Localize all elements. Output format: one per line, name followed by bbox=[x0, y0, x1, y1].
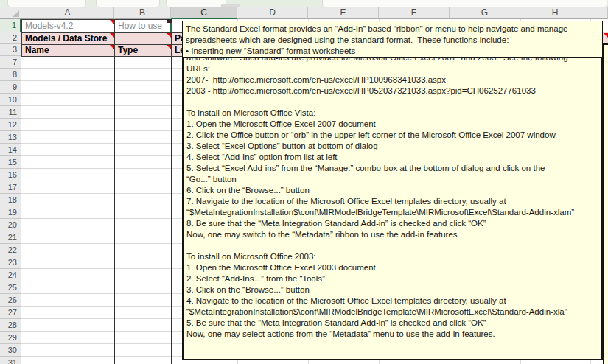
table-border-vertical bbox=[114, 19, 115, 364]
row-header-7[interactable]: 7 bbox=[0, 56, 21, 69]
cell-B2[interactable] bbox=[114, 32, 172, 45]
name-box-edge bbox=[7, 0, 86, 7]
row-header-11[interactable]: 11 bbox=[0, 106, 21, 119]
row-header-3[interactable]: 3 bbox=[0, 44, 21, 56]
row-header-8[interactable]: 8 bbox=[0, 69, 21, 81]
row-header-15[interactable]: 15 bbox=[0, 156, 21, 169]
row-header-20[interactable]: 20 bbox=[0, 219, 21, 231]
formula-bar-edge bbox=[0, 0, 608, 7]
toolbar-pill bbox=[96, 0, 160, 7]
row-header-14[interactable]: 14 bbox=[0, 144, 21, 156]
column-header-G[interactable]: G bbox=[450, 7, 520, 19]
comment-indicator-icon bbox=[604, 33, 608, 38]
comment-box-instructions[interactable]: and software. Such add-ins are provided … bbox=[182, 24, 603, 360]
row-header-21[interactable]: 21 bbox=[0, 231, 21, 244]
comment-anchor-icon bbox=[167, 19, 172, 23]
row-header-9[interactable]: 9 bbox=[0, 81, 21, 94]
row-header-24[interactable]: 24 bbox=[0, 269, 21, 281]
column-header-E[interactable]: E bbox=[308, 7, 379, 19]
excel-window: Models-v4.2 How to use Models / Data Sto… bbox=[0, 0, 608, 364]
column-header-B[interactable]: B bbox=[114, 7, 171, 19]
comment-overview-text: The Standard Excel format provides an “A… bbox=[186, 24, 567, 57]
row-header-29[interactable]: 29 bbox=[0, 332, 21, 344]
comment-indicator-icon bbox=[167, 33, 171, 38]
row-header-25[interactable]: 25 bbox=[0, 281, 21, 294]
row-header-17[interactable]: 17 bbox=[0, 181, 21, 194]
column-header-F[interactable]: F bbox=[379, 7, 450, 19]
row-header-22[interactable]: 22 bbox=[0, 244, 21, 256]
row-header-13[interactable]: 13 bbox=[0, 131, 21, 144]
column-header-D[interactable]: D bbox=[237, 7, 308, 19]
cell-B1[interactable]: How to use bbox=[114, 19, 172, 33]
row-header-19[interactable]: 19 bbox=[0, 206, 21, 219]
toolbar-pill bbox=[166, 0, 226, 7]
row-header-2[interactable]: 2 bbox=[0, 32, 21, 44]
column-header-partial[interactable] bbox=[590, 7, 608, 19]
formula-input-edge bbox=[322, 0, 607, 7]
cell-A2[interactable]: Models / Data Store bbox=[21, 32, 115, 45]
table-border-vertical bbox=[171, 19, 172, 364]
row-header-16[interactable]: 16 bbox=[0, 169, 21, 181]
comment-indicator-icon bbox=[110, 33, 114, 38]
column-header-H[interactable]: H bbox=[520, 7, 590, 19]
row-header-18[interactable]: 18 bbox=[0, 194, 21, 206]
comment-indicator-icon bbox=[110, 45, 114, 49]
row-header-31[interactable]: 31 bbox=[0, 357, 21, 364]
comment-box-overview[interactable]: The Standard Excel format provides an “A… bbox=[182, 21, 603, 58]
row-header-1[interactable]: 1 bbox=[0, 19, 21, 32]
row-header-30[interactable]: 30 bbox=[0, 344, 21, 357]
cell-A3[interactable]: Name bbox=[21, 44, 115, 57]
comment-instructions-text: and software. Such add-ins are provided … bbox=[186, 52, 574, 340]
row-header-26[interactable]: 26 bbox=[0, 294, 21, 307]
comment-box-behind[interactable] bbox=[603, 43, 608, 364]
row-header-12[interactable]: 12 bbox=[0, 119, 21, 131]
row-header-10[interactable]: 10 bbox=[0, 94, 21, 106]
column-header-A[interactable]: A bbox=[21, 7, 114, 19]
comment-indicator-icon bbox=[167, 45, 171, 49]
cell-B3[interactable]: Type bbox=[114, 44, 172, 57]
column-header-C[interactable]: C bbox=[171, 7, 237, 19]
comment-indicator-icon bbox=[110, 20, 114, 24]
cell-A1[interactable]: Models-v4.2 bbox=[21, 19, 115, 33]
select-all-corner[interactable] bbox=[0, 7, 21, 19]
select-all-triangle-icon bbox=[13, 10, 19, 17]
row-header-27[interactable]: 27 bbox=[0, 307, 21, 319]
row-header-23[interactable]: 23 bbox=[0, 256, 21, 269]
row-header-28[interactable]: 28 bbox=[0, 319, 21, 332]
